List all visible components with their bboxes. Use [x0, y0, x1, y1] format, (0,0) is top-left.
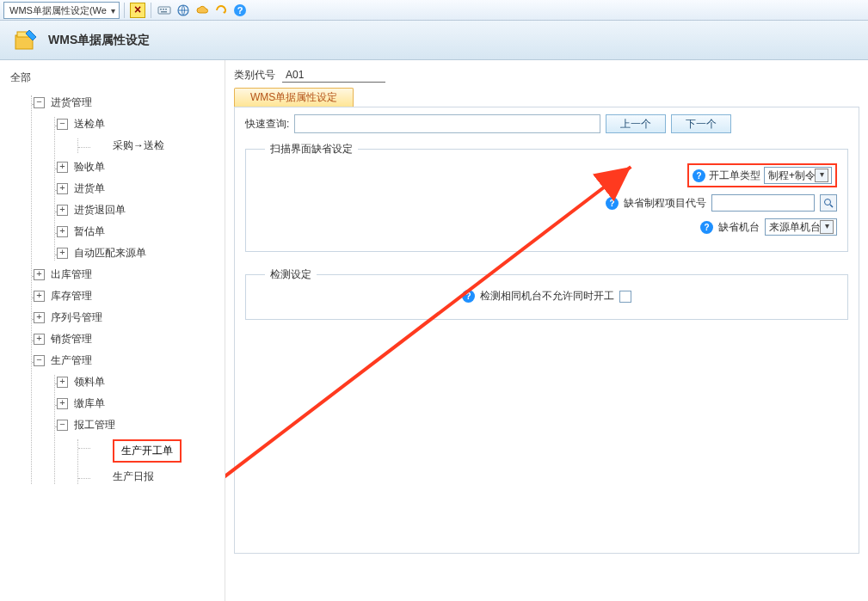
- start-type-row: ? 开工单类型 制程+制令: [687, 163, 837, 187]
- tree-item-label[interactable]: 生产开工单: [113, 439, 182, 463]
- top-menubar: WMS单据属性设定(We × ?: [0, 0, 868, 21]
- tree-children: 生产开工单生产日报: [77, 439, 225, 484]
- help-icon: ?: [233, 3, 247, 17]
- cloud-icon: [195, 4, 209, 16]
- expand-toggle[interactable]: +: [57, 398, 68, 409]
- collapse-toggle[interactable]: −: [57, 420, 68, 431]
- svg-rect-4: [161, 11, 167, 13]
- help-icon[interactable]: ?: [693, 169, 705, 182]
- detection-fieldset: 检测设定 ? 检测相同机台不允许同时开工: [245, 267, 848, 320]
- tab-wms-settings[interactable]: WMS单据属性设定: [234, 88, 354, 107]
- tree-item-label[interactable]: 进货管理: [51, 96, 92, 108]
- refresh-icon-button[interactable]: [212, 2, 230, 19]
- expand-toggle[interactable]: +: [57, 226, 68, 237]
- detection-checkbox[interactable]: [619, 291, 631, 303]
- tree-branch: +序列号管理: [34, 310, 225, 325]
- detection-legend: 检测设定: [265, 267, 317, 282]
- expand-toggle[interactable]: +: [34, 291, 45, 302]
- expand-toggle[interactable]: +: [34, 334, 45, 345]
- tree-leaf: 生产开工单: [80, 439, 225, 463]
- scan-defaults-fieldset: 扫描界面缺省设定 ? 开工单类型 制程+制令 ? 缺省制程项目代号: [245, 142, 848, 252]
- collapse-toggle[interactable]: −: [34, 97, 45, 108]
- tree-item-label[interactable]: 出库管理: [51, 268, 92, 280]
- tree-branch: +库存管理: [34, 289, 225, 304]
- tree-branch: +进货退回单: [57, 203, 225, 218]
- category-value[interactable]: A01: [282, 69, 385, 83]
- keyboard-icon: [157, 4, 171, 16]
- start-type-select[interactable]: 制程+制令: [764, 167, 832, 184]
- tree-item-label[interactable]: 进货退回单: [74, 204, 126, 216]
- separator: [124, 3, 125, 18]
- detection-check-label: 检测相同机台不允许同时开工: [480, 289, 614, 304]
- prev-button[interactable]: 上一个: [606, 114, 666, 133]
- default-project-row: ? 缺省制程项目代号: [606, 194, 837, 212]
- tree-branch: +自动匹配来源单: [57, 246, 225, 261]
- main-panel: 类别代号 A01 WMS单据属性设定 快速查询: 上一个 下一个 扫描界面缺省设…: [225, 60, 868, 601]
- tree-item-label[interactable]: 暂估单: [74, 225, 105, 237]
- svg-text:?: ?: [237, 5, 243, 15]
- tree-leaf: 生产日报: [80, 469, 225, 484]
- collapse-toggle[interactable]: −: [57, 119, 68, 130]
- expand-toggle[interactable]: +: [34, 312, 45, 323]
- close-module-button[interactable]: ×: [129, 2, 146, 19]
- tree-item-label[interactable]: 序列号管理: [51, 311, 102, 323]
- expand-toggle[interactable]: +: [57, 205, 68, 216]
- tree-item-label[interactable]: 库存管理: [51, 290, 92, 302]
- collapse-toggle[interactable]: −: [34, 355, 45, 366]
- category-row: 类别代号 A01: [234, 64, 859, 83]
- quick-query-label: 快速查询:: [245, 117, 289, 132]
- help-icon[interactable]: ?: [462, 290, 475, 303]
- detection-checkrow: ? 检测相同机台不允许同时开工: [256, 289, 837, 304]
- tree-branch: +领料单: [57, 375, 225, 389]
- tree-item-label[interactable]: 验收单: [74, 161, 105, 173]
- globe-icon: [176, 3, 190, 17]
- tree-branch: +销货管理: [34, 332, 225, 346]
- default-project-input[interactable]: [711, 194, 815, 212]
- tree-item-label[interactable]: 进货单: [74, 182, 105, 194]
- cloud-icon-button[interactable]: [194, 2, 211, 19]
- tree-item-label[interactable]: 生产日报: [113, 470, 154, 482]
- tree-item-label[interactable]: 报工管理: [74, 419, 115, 431]
- content-area: 全部 −进货管理−送检单采购→送检+验收单+进货单+进货退回单+暂估单+自动匹配…: [0, 60, 868, 601]
- search-icon: [823, 198, 834, 208]
- tree-leaf: 采购→送检: [80, 138, 225, 153]
- svg-line-11: [830, 205, 833, 207]
- tree-branch: −报工管理: [57, 418, 225, 432]
- globe-icon-button[interactable]: [175, 2, 192, 19]
- tree-root[interactable]: 全部: [10, 67, 225, 89]
- svg-rect-3: [165, 9, 167, 10]
- help-icon[interactable]: ?: [700, 221, 713, 234]
- tree-item-label[interactable]: 采购→送检: [113, 139, 164, 151]
- tree-item-label[interactable]: 送检单: [74, 118, 105, 130]
- module-dropdown[interactable]: WMS单据属性设定(We: [3, 2, 120, 19]
- tree-item-label[interactable]: 领料单: [74, 376, 105, 388]
- keyboard-icon-button[interactable]: [156, 2, 173, 19]
- tree-branch: +缴库单: [57, 396, 225, 411]
- lookup-button[interactable]: [820, 194, 837, 212]
- tree-children: 采购→送检: [77, 138, 225, 153]
- tree-branch: +出库管理: [34, 267, 225, 282]
- expand-toggle[interactable]: +: [57, 183, 68, 194]
- quick-query-input[interactable]: [294, 114, 600, 133]
- tree-branch: +验收单: [57, 160, 225, 175]
- expand-toggle[interactable]: +: [34, 269, 45, 280]
- tree-children: +领料单+缴库单−报工管理生产开工单生产日报: [54, 375, 225, 484]
- tree-children: −送检单采购→送检+验收单+进货单+进货退回单+暂估单+自动匹配来源单: [54, 117, 225, 261]
- tree-branch: +暂估单: [57, 224, 225, 239]
- tree-item-label[interactable]: 销货管理: [51, 333, 92, 345]
- expand-toggle[interactable]: +: [57, 162, 68, 173]
- default-machine-select[interactable]: 来源单机台: [765, 218, 837, 236]
- tree-branch: −生产管理: [34, 353, 225, 368]
- tree-item-label[interactable]: 生产管理: [51, 354, 92, 366]
- help-icon[interactable]: ?: [606, 197, 619, 210]
- tree-item-label[interactable]: 自动匹配来源单: [74, 247, 146, 259]
- expand-toggle[interactable]: +: [57, 377, 68, 388]
- help-icon-button[interactable]: ?: [231, 2, 249, 19]
- svg-rect-0: [158, 7, 170, 14]
- expand-toggle[interactable]: +: [57, 248, 68, 259]
- tree-item-label[interactable]: 缴库单: [74, 397, 105, 409]
- svg-rect-1: [160, 9, 162, 10]
- next-button[interactable]: 下一个: [671, 114, 731, 133]
- tree-branch: −进货管理: [34, 95, 225, 110]
- default-machine-label: 缺省机台: [718, 220, 760, 235]
